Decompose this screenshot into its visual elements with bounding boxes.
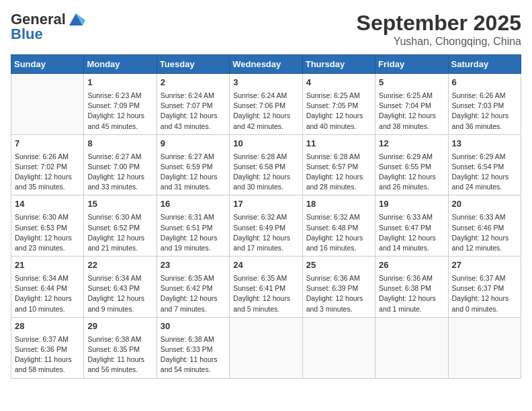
calendar-cell: 5Sunrise: 6:25 AM Sunset: 7:04 PM Daylig…: [375, 74, 448, 135]
calendar-cell: 14Sunrise: 6:30 AM Sunset: 6:53 PM Dayli…: [11, 195, 84, 257]
day-number: 29: [87, 320, 152, 333]
day-details: Sunrise: 6:25 AM Sunset: 7:04 PM Dayligh…: [379, 91, 444, 132]
day-number: 26: [379, 259, 444, 272]
day-details: Sunrise: 6:35 AM Sunset: 6:42 PM Dayligh…: [161, 273, 226, 314]
calendar-cell: [375, 317, 448, 378]
calendar-cell: 15Sunrise: 6:30 AM Sunset: 6:52 PM Dayli…: [84, 195, 157, 257]
weekday-header-monday: Monday: [84, 55, 157, 74]
day-details: Sunrise: 6:31 AM Sunset: 6:51 PM Dayligh…: [161, 212, 226, 253]
weekday-header-thursday: Thursday: [302, 55, 375, 74]
calendar-cell: 4Sunrise: 6:25 AM Sunset: 7:05 PM Daylig…: [302, 74, 375, 135]
calendar-cell: 21Sunrise: 6:34 AM Sunset: 6:44 PM Dayli…: [11, 257, 84, 318]
logo: General Blue: [11, 11, 86, 43]
day-number: 20: [452, 198, 517, 211]
week-row-5: 28Sunrise: 6:37 AM Sunset: 6:36 PM Dayli…: [11, 317, 521, 378]
day-number: 2: [161, 77, 226, 89]
calendar-cell: 25Sunrise: 6:36 AM Sunset: 6:39 PM Dayli…: [302, 257, 375, 318]
day-details: Sunrise: 6:25 AM Sunset: 7:05 PM Dayligh…: [306, 91, 371, 132]
day-details: Sunrise: 6:37 AM Sunset: 6:36 PM Dayligh…: [15, 334, 80, 375]
calendar-cell: 27Sunrise: 6:37 AM Sunset: 6:37 PM Dayli…: [448, 257, 521, 318]
day-number: 3: [233, 77, 298, 89]
location-title: Yushan, Chongqing, China: [357, 36, 521, 48]
calendar-cell: 19Sunrise: 6:33 AM Sunset: 6:47 PM Dayli…: [375, 195, 448, 257]
week-row-2: 7Sunrise: 6:26 AM Sunset: 7:02 PM Daylig…: [11, 134, 521, 195]
day-number: 8: [87, 138, 152, 150]
calendar-cell: 23Sunrise: 6:35 AM Sunset: 6:42 PM Dayli…: [157, 257, 229, 318]
day-details: Sunrise: 6:33 AM Sunset: 6:47 PM Dayligh…: [379, 212, 444, 253]
day-details: Sunrise: 6:38 AM Sunset: 6:35 PM Dayligh…: [87, 334, 152, 375]
day-details: Sunrise: 6:27 AM Sunset: 7:00 PM Dayligh…: [87, 152, 152, 193]
calendar-cell: 24Sunrise: 6:35 AM Sunset: 6:41 PM Dayli…: [230, 257, 302, 318]
day-details: Sunrise: 6:24 AM Sunset: 7:06 PM Dayligh…: [233, 91, 298, 132]
calendar-cell: 22Sunrise: 6:34 AM Sunset: 6:43 PM Dayli…: [84, 257, 157, 318]
day-number: 17: [233, 198, 298, 211]
day-number: 11: [306, 138, 371, 150]
calendar-cell: 2Sunrise: 6:24 AM Sunset: 7:07 PM Daylig…: [157, 74, 229, 135]
calendar-cell: 30Sunrise: 6:38 AM Sunset: 6:33 PM Dayli…: [157, 317, 229, 378]
day-number: 22: [87, 259, 152, 272]
day-details: Sunrise: 6:29 AM Sunset: 6:54 PM Dayligh…: [452, 152, 517, 193]
calendar-body: 1Sunrise: 6:23 AM Sunset: 7:09 PM Daylig…: [11, 74, 521, 379]
day-number: 7: [15, 138, 80, 150]
day-details: Sunrise: 6:32 AM Sunset: 6:49 PM Dayligh…: [233, 212, 298, 253]
day-number: 23: [161, 259, 226, 272]
week-row-1: 1Sunrise: 6:23 AM Sunset: 7:09 PM Daylig…: [11, 74, 521, 135]
day-details: Sunrise: 6:26 AM Sunset: 7:03 PM Dayligh…: [452, 91, 517, 132]
weekday-row: SundayMondayTuesdayWednesdayThursdayFrid…: [11, 55, 521, 74]
calendar-cell: [302, 317, 375, 378]
week-row-3: 14Sunrise: 6:30 AM Sunset: 6:53 PM Dayli…: [11, 195, 521, 257]
calendar-cell: [448, 317, 521, 378]
day-number: 12: [379, 138, 444, 150]
title-block: September 2025 Yushan, Chongqing, China: [357, 11, 521, 48]
day-details: Sunrise: 6:34 AM Sunset: 6:43 PM Dayligh…: [87, 273, 152, 314]
day-details: Sunrise: 6:24 AM Sunset: 7:07 PM Dayligh…: [161, 91, 226, 132]
day-details: Sunrise: 6:29 AM Sunset: 6:55 PM Dayligh…: [379, 152, 444, 193]
weekday-header-friday: Friday: [375, 55, 448, 74]
day-number: 14: [15, 198, 80, 211]
weekday-header-sunday: Sunday: [11, 55, 84, 74]
calendar-cell: 11Sunrise: 6:28 AM Sunset: 6:57 PM Dayli…: [302, 134, 375, 195]
day-details: Sunrise: 6:28 AM Sunset: 6:57 PM Dayligh…: [306, 152, 371, 193]
day-number: 10: [233, 138, 298, 150]
calendar-cell: 3Sunrise: 6:24 AM Sunset: 7:06 PM Daylig…: [230, 74, 302, 135]
weekday-header-tuesday: Tuesday: [157, 55, 229, 74]
day-details: Sunrise: 6:23 AM Sunset: 7:09 PM Dayligh…: [87, 91, 152, 132]
day-details: Sunrise: 6:26 AM Sunset: 7:02 PM Dayligh…: [15, 152, 80, 193]
calendar-cell: 28Sunrise: 6:37 AM Sunset: 6:36 PM Dayli…: [11, 317, 84, 378]
day-details: Sunrise: 6:32 AM Sunset: 6:48 PM Dayligh…: [306, 212, 371, 253]
calendar-cell: [230, 317, 302, 378]
day-details: Sunrise: 6:36 AM Sunset: 6:38 PM Dayligh…: [379, 273, 444, 314]
calendar-cell: 13Sunrise: 6:29 AM Sunset: 6:54 PM Dayli…: [448, 134, 521, 195]
day-number: 19: [379, 198, 444, 211]
logo-blue-text: Blue: [11, 26, 43, 42]
day-number: 27: [452, 259, 517, 272]
logo-icon: [66, 12, 85, 27]
weekday-header-wednesday: Wednesday: [230, 55, 302, 74]
day-number: 6: [452, 77, 517, 89]
week-row-4: 21Sunrise: 6:34 AM Sunset: 6:44 PM Dayli…: [11, 257, 521, 318]
calendar-cell: 12Sunrise: 6:29 AM Sunset: 6:55 PM Dayli…: [375, 134, 448, 195]
day-details: Sunrise: 6:38 AM Sunset: 6:33 PM Dayligh…: [161, 334, 226, 375]
day-number: 9: [161, 138, 226, 150]
day-number: 13: [452, 138, 517, 150]
calendar-cell: 26Sunrise: 6:36 AM Sunset: 6:38 PM Dayli…: [375, 257, 448, 318]
calendar-cell: 6Sunrise: 6:26 AM Sunset: 7:03 PM Daylig…: [448, 74, 521, 135]
calendar-cell: 7Sunrise: 6:26 AM Sunset: 7:02 PM Daylig…: [11, 134, 84, 195]
month-title: September 2025: [357, 11, 521, 36]
calendar-cell: 20Sunrise: 6:33 AM Sunset: 6:46 PM Dayli…: [448, 195, 521, 257]
day-number: 18: [306, 198, 371, 211]
day-number: 30: [161, 320, 226, 333]
calendar-header: SundayMondayTuesdayWednesdayThursdayFrid…: [11, 55, 521, 74]
day-details: Sunrise: 6:30 AM Sunset: 6:53 PM Dayligh…: [15, 212, 80, 253]
calendar-cell: 1Sunrise: 6:23 AM Sunset: 7:09 PM Daylig…: [84, 74, 157, 135]
calendar-cell: 29Sunrise: 6:38 AM Sunset: 6:35 PM Dayli…: [84, 317, 157, 378]
day-details: Sunrise: 6:36 AM Sunset: 6:39 PM Dayligh…: [306, 273, 371, 314]
calendar-cell: [11, 74, 84, 135]
day-number: 5: [379, 77, 444, 89]
day-number: 1: [87, 77, 152, 89]
day-number: 28: [15, 320, 80, 333]
calendar-cell: 8Sunrise: 6:27 AM Sunset: 7:00 PM Daylig…: [84, 134, 157, 195]
day-details: Sunrise: 6:27 AM Sunset: 6:59 PM Dayligh…: [161, 152, 226, 193]
day-details: Sunrise: 6:34 AM Sunset: 6:44 PM Dayligh…: [15, 273, 80, 314]
day-number: 25: [306, 259, 371, 272]
